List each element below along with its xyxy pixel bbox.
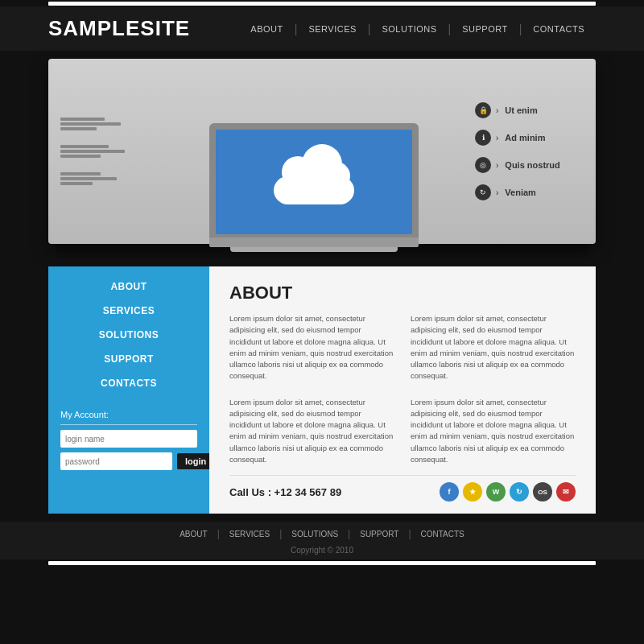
social-icons: f ★ W ↻ OS ✉ <box>440 482 576 502</box>
laptop-base <box>209 237 419 247</box>
text-line <box>60 150 125 153</box>
footer-nav-contacts[interactable]: CONTACTS <box>411 530 474 539</box>
hero-menu-label: Veniam <box>505 188 536 197</box>
main-nav: ABOUT | SERVICES | SOLUTIONS | SUPPORT |… <box>239 23 596 35</box>
about-paragraph-3: Lorem ipsum dolor sit amet, consectetur … <box>411 313 576 382</box>
hero-text-block-3 <box>60 172 149 185</box>
text-line <box>60 122 121 126</box>
nav-services[interactable]: SERVICES <box>297 24 367 34</box>
hero-menu-label: Ut enim <box>505 105 537 115</box>
about-columns: Lorem ipsum dolor sit amet, consectetur … <box>229 313 576 465</box>
cloud-icon <box>270 160 358 204</box>
hero-center <box>161 59 467 244</box>
hero-menu-item-4[interactable]: ↻ › Veniam <box>475 184 588 200</box>
arrow-icon: › <box>496 106 498 115</box>
text-line <box>60 127 97 130</box>
top-bar <box>0 0 644 6</box>
call-us-text: Call Us : +12 34 567 89 <box>229 486 341 498</box>
social-icon-star[interactable]: ★ <box>463 482 482 502</box>
hero-menu-item-1[interactable]: 🔒 › Ut enim <box>475 102 588 118</box>
about-paragraph-1: Lorem ipsum dolor sit amet, consectetur … <box>229 313 394 382</box>
account-divider <box>60 424 197 425</box>
site-title: SAMPLESITE <box>48 16 190 41</box>
about-col-1: Lorem ipsum dolor sit amet, consectetur … <box>229 313 394 465</box>
footer-nav-services[interactable]: SERVICES <box>220 530 279 539</box>
sidebar: ABOUT SERVICES SOLUTIONS SUPPORT CONTACT… <box>48 266 209 514</box>
footer-nav-solutions[interactable]: SOLUTIONS <box>282 530 348 539</box>
hero-text-block-2 <box>60 145 149 158</box>
footer-nav-support[interactable]: SUPPORT <box>350 530 408 539</box>
content-section: ABOUT SERVICES SOLUTIONS SUPPORT CONTACT… <box>48 266 596 514</box>
text-line <box>60 177 117 180</box>
footer-nav: ABOUT | SERVICES | SOLUTIONS | SUPPORT |… <box>0 522 644 546</box>
social-icon-mail[interactable]: ✉ <box>556 482 576 502</box>
hero-left-text <box>48 59 161 244</box>
laptop-screen-outer <box>209 123 419 237</box>
nav-support[interactable]: SUPPORT <box>451 24 518 34</box>
footer-nav-about[interactable]: ABOUT <box>170 530 217 539</box>
login-row: login <box>60 452 197 470</box>
social-icon-web[interactable]: W <box>486 482 506 502</box>
text-line <box>60 145 109 148</box>
camera-icon: ◎ <box>475 157 491 173</box>
laptop-stand <box>230 247 398 252</box>
hero-text-block-1 <box>60 118 149 130</box>
laptop-screen <box>216 130 412 234</box>
arrow-icon: › <box>496 134 498 142</box>
hero-menu-label: Ad minim <box>505 133 545 142</box>
text-line <box>60 182 93 185</box>
nav-contacts[interactable]: CONTACTS <box>522 24 596 34</box>
text-line <box>60 118 105 121</box>
about-section: ABOUT Lorem ipsum dolor sit amet, consec… <box>209 266 596 514</box>
sidebar-nav: ABOUT SERVICES SOLUTIONS SUPPORT CONTACT… <box>48 266 209 403</box>
sync-icon: ↻ <box>475 184 491 200</box>
arrow-icon: › <box>496 188 498 197</box>
copyright-text: Copyright © 2010 <box>291 546 353 555</box>
laptop-device <box>209 123 419 252</box>
info-icon: ℹ <box>475 130 491 146</box>
hero-menu-label: Quis nostrud <box>505 160 559 170</box>
sidebar-item-about[interactable]: ABOUT <box>48 275 209 299</box>
hero-banner: 🔒 › Ut enim ℹ › Ad minim ◎ › Quis nostru… <box>48 59 596 244</box>
hero-menu-item-3[interactable]: ◎ › Quis nostrud <box>475 157 588 173</box>
nav-about[interactable]: ABOUT <box>239 24 294 34</box>
sidebar-item-services[interactable]: SERVICES <box>48 299 209 323</box>
call-us-row: Call Us : +12 34 567 89 f ★ W ↻ OS ✉ <box>229 475 576 502</box>
hero-right-menu: 🔒 › Ut enim ℹ › Ad minim ◎ › Quis nostru… <box>467 59 596 244</box>
about-paragraph-2: Lorem ipsum dolor sit amet, consectetur … <box>229 397 394 466</box>
account-label: My Account: <box>60 410 197 419</box>
arrow-icon: › <box>496 161 498 170</box>
sidebar-item-contacts[interactable]: CONTACTS <box>48 371 209 395</box>
password-input[interactable] <box>60 452 172 470</box>
text-line <box>60 172 101 175</box>
lock-icon: 🔒 <box>475 102 491 118</box>
sidebar-account: My Account: login <box>48 403 209 480</box>
header: SAMPLESITE ABOUT | SERVICES | SOLUTIONS … <box>0 6 644 51</box>
bottom-bar <box>0 559 644 566</box>
about-title: ABOUT <box>229 283 576 303</box>
nav-solutions[interactable]: SOLUTIONS <box>370 24 448 34</box>
social-icon-facebook[interactable]: f <box>440 482 459 502</box>
sidebar-item-support[interactable]: SUPPORT <box>48 347 209 371</box>
social-icon-refresh[interactable]: ↻ <box>510 482 529 502</box>
social-icon-os[interactable]: OS <box>533 482 552 502</box>
login-name-input[interactable] <box>60 430 197 448</box>
about-paragraph-4: Lorem ipsum dolor sit amet, consectetur … <box>411 397 576 466</box>
about-col-2: Lorem ipsum dolor sit amet, consectetur … <box>411 313 576 465</box>
footer-copyright: Copyright © 2010 <box>0 546 644 559</box>
hero-menu-item-2[interactable]: ℹ › Ad minim <box>475 130 588 146</box>
text-line <box>60 155 101 158</box>
sidebar-item-solutions[interactable]: SOLUTIONS <box>48 323 209 347</box>
main-wrapper: 🔒 › Ut enim ℹ › Ad minim ◎ › Quis nostru… <box>0 59 644 522</box>
